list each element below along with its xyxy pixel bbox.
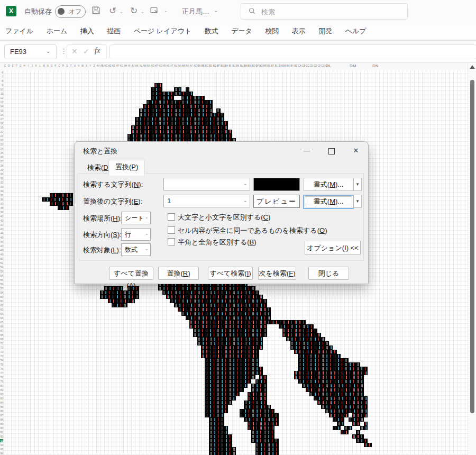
tab-view[interactable]: 表示 xyxy=(287,22,311,40)
horse-art-cells xyxy=(364,443,372,447)
tab-review[interactable]: 校閲 xyxy=(260,22,284,40)
undo-icon[interactable]: ↺ xyxy=(107,6,118,16)
replace-format-dropdown-icon[interactable]: ▾ xyxy=(353,195,362,208)
horse-art-cells xyxy=(205,379,251,384)
col-header-DL[interactable]: DL xyxy=(326,63,331,68)
horse-art-cells xyxy=(290,341,329,345)
scrollbar-thumb[interactable] xyxy=(470,80,474,413)
scroll-up-icon[interactable] xyxy=(470,65,475,69)
find-next-button[interactable]: 次を検索(F) xyxy=(258,267,296,280)
combo-chevron-icon[interactable]: ⌄ xyxy=(243,180,248,186)
dialog-maximize-icon[interactable] xyxy=(326,145,337,157)
horse-art-cells xyxy=(42,197,73,202)
qat-overflow-icon[interactable]: ⌄ xyxy=(164,8,168,13)
replace-with-combobox[interactable]: 1 ⌄ xyxy=(163,195,250,207)
replace-all-button[interactable]: すべて置換(A) xyxy=(109,267,153,280)
horse-art-cells xyxy=(317,401,368,405)
search-input[interactable]: 検索 xyxy=(241,3,408,20)
horse-art-cells xyxy=(197,337,263,341)
within-dropdown[interactable]: シート⌄ xyxy=(121,212,151,224)
redo-icon[interactable]: ↻ xyxy=(129,6,139,16)
combo-chevron-icon[interactable]: ⌄ xyxy=(243,197,248,203)
col-header-DM[interactable]: DM xyxy=(350,63,356,68)
tab-file[interactable]: ファイル xyxy=(0,22,39,40)
search-direction-dropdown[interactable]: 行⌄ xyxy=(121,228,151,241)
replace-button[interactable]: 置換(R) xyxy=(158,267,199,280)
find-format-dropdown-icon[interactable]: ▾ xyxy=(353,178,362,191)
horse-art-cells xyxy=(135,121,228,125)
horse-art-cells xyxy=(294,375,364,379)
dropdown-chevron-icon: ⌄ xyxy=(144,246,149,251)
tab-insert[interactable]: 挿入 xyxy=(75,22,99,40)
match-entire-cell-label: セル内容が完全に同一であるものを検索する(O) xyxy=(178,226,327,235)
save-icon[interactable] xyxy=(90,6,101,16)
name-box-chevron-icon[interactable]: ⌄ xyxy=(46,48,50,54)
horse-art-cells xyxy=(255,443,279,447)
horse-art-cells xyxy=(248,392,267,396)
horse-art-cells xyxy=(205,358,259,362)
cancel-icon[interactable]: ✕ xyxy=(71,47,78,56)
autosave-toggle[interactable]: オフ xyxy=(55,5,86,18)
dialog-close-icon[interactable]: ✕ xyxy=(350,145,362,157)
redo-dropdown-icon[interactable]: ⌄ xyxy=(141,10,144,14)
horse-art-cells xyxy=(282,333,321,337)
horse-art-cells xyxy=(282,329,317,333)
horse-art-cells xyxy=(205,384,248,388)
horse-art-cells xyxy=(174,87,182,92)
vertical-scrollbar[interactable] xyxy=(468,63,476,455)
search-icon xyxy=(249,7,255,14)
horse-art-cells xyxy=(205,405,228,409)
tab-formulas[interactable]: 数式 xyxy=(199,22,224,40)
undo-dropdown-icon[interactable]: ⌄ xyxy=(120,10,123,14)
replace-format-button[interactable]: 書式(M)... xyxy=(303,195,354,209)
horse-art-cells xyxy=(147,100,213,104)
replace-format-preview-button[interactable]: プレビュー xyxy=(253,195,300,208)
repeat-icon[interactable] xyxy=(149,6,159,16)
horse-art-cells xyxy=(143,104,213,108)
find-what-combobox[interactable]: ⌄ xyxy=(163,178,250,190)
document-title-chevron-icon[interactable]: ⌄ xyxy=(214,7,218,13)
tab-replace[interactable]: 置換(P) xyxy=(108,160,145,176)
tab-developer[interactable]: 開発 xyxy=(313,22,337,40)
match-entire-cell-checkbox[interactable] xyxy=(168,226,175,234)
horse-art-cells xyxy=(352,422,360,426)
match-byte-width-checkbox[interactable] xyxy=(168,238,175,245)
horse-art-cells xyxy=(209,439,232,443)
search-placeholder: 検索 xyxy=(261,7,275,17)
horse-art-cells xyxy=(306,388,364,392)
dropdown-chevron-icon: ⌄ xyxy=(144,214,149,220)
excel-logo-icon[interactable]: X xyxy=(6,6,16,16)
tab-home[interactable]: ホーム xyxy=(41,22,73,40)
tab-help[interactable]: ヘルプ xyxy=(340,22,372,40)
horse-art-cells xyxy=(344,426,352,430)
match-case-checkbox[interactable] xyxy=(168,213,175,221)
formula-buttons-group: ✕ ✓ fx xyxy=(67,44,107,59)
close-button[interactable]: 閉じる xyxy=(308,267,349,280)
col-header-DN[interactable]: DN xyxy=(372,63,379,68)
title-bar: X 自動保存 オフ ↺ ⌄ ↻ ⌄ ⌄ 正月馬… ⌄ 検索 xyxy=(0,0,476,22)
dialog-minimize-icon[interactable]: — xyxy=(301,145,313,157)
tab-draw[interactable]: 描画 xyxy=(102,22,126,40)
insert-function-icon[interactable]: fx xyxy=(95,47,100,55)
horse-art-cells xyxy=(205,375,255,379)
document-title[interactable]: 正月馬… xyxy=(182,7,209,16)
name-box[interactable]: FE93 ⌄ xyxy=(4,44,57,59)
tab-page-layout[interactable]: ページ レイアウト xyxy=(129,22,197,40)
tab-data[interactable]: データ xyxy=(226,22,258,40)
horse-art-cells xyxy=(248,422,279,426)
horse-art-cells xyxy=(154,83,162,87)
horse-art-cells xyxy=(205,396,236,401)
enter-icon[interactable]: ✓ xyxy=(83,47,89,56)
find-all-button[interactable]: すべて検索(I) xyxy=(208,267,253,280)
formula-input[interactable] xyxy=(109,44,476,59)
horse-art-cells xyxy=(151,87,162,92)
horse-art-cells xyxy=(251,439,278,443)
horse-art-cells xyxy=(209,451,236,455)
horse-art-cells xyxy=(186,87,189,92)
column-header-row[interactable]: CDEFGHIJKLMNOPQRSTUVWXYZAAABACADAEAFAGAH… xyxy=(0,63,468,71)
find-format-button[interactable]: 書式(M)... xyxy=(304,178,353,191)
horse-art-cells xyxy=(209,443,232,447)
look-in-dropdown[interactable]: 数式⌄ xyxy=(121,243,151,256)
horse-art-cells xyxy=(205,409,228,413)
options-toggle-button[interactable]: オプション(I) << xyxy=(305,241,361,255)
